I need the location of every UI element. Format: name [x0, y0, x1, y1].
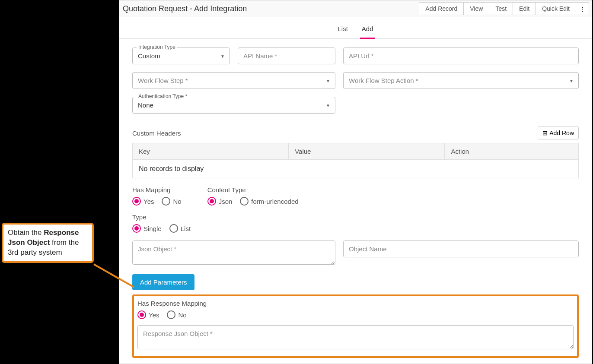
has-mapping-block: Has Mapping Yes No [132, 186, 182, 206]
quick-edit-button[interactable]: Quick Edit [536, 2, 576, 15]
content-type-label: Content Type [207, 186, 299, 193]
json-object-input[interactable] [132, 241, 335, 265]
content-type-form[interactable]: form-urlencoded [240, 197, 298, 206]
form-content: Integration Type Custom Work Flow Step * [119, 39, 592, 364]
empty-row: No records to display [133, 160, 579, 178]
workflow-step-select[interactable]: Work Flow Step * [132, 72, 335, 89]
edit-button[interactable]: Edit [513, 2, 536, 15]
add-parameters-button[interactable]: Add Parameters [132, 274, 194, 290]
col-action: Action [445, 143, 579, 160]
response-mapping-highlight: Has Response Mapping Yes No [132, 294, 579, 358]
has-response-mapping-no[interactable]: No [167, 310, 186, 319]
type-block: Type Single List [132, 213, 553, 233]
annotation-callout: Obtain the Response Json Object from the… [2, 223, 94, 263]
api-url-field [343, 47, 579, 64]
tab-list[interactable]: List [336, 22, 349, 38]
custom-headers-header: Custom Headers ⊞ Add Row [132, 127, 579, 139]
view-button[interactable]: View [463, 2, 489, 15]
app-window: Quotation Request - Add Integration Add … [119, 0, 592, 364]
auth-type-field: Authentication Type * None [132, 97, 335, 114]
content-type-block: Content Type Json form-urlencoded [207, 186, 299, 206]
json-object-field [132, 241, 335, 266]
type-label: Type [132, 213, 553, 221]
tab-add[interactable]: Add [360, 22, 375, 39]
tabs: List Add [119, 17, 592, 39]
test-button[interactable]: Test [489, 2, 513, 15]
has-response-mapping-yes[interactable]: Yes [137, 310, 159, 319]
custom-headers-label: Custom Headers [132, 130, 181, 137]
has-response-mapping-label: Has Response Mapping [137, 300, 574, 307]
api-url-input[interactable] [343, 47, 579, 64]
has-mapping-no[interactable]: No [162, 197, 181, 206]
integration-type-label: Integration Type [137, 44, 177, 50]
response-json-object-field [137, 325, 574, 351]
api-name-input[interactable] [238, 47, 335, 64]
response-json-object-input[interactable] [137, 325, 574, 349]
col-value: Value [289, 143, 445, 160]
has-mapping-label: Has Mapping [132, 186, 182, 193]
type-list[interactable]: List [169, 224, 191, 233]
api-name-field [238, 47, 335, 64]
has-mapping-yes[interactable]: Yes [132, 197, 154, 206]
workflow-step-action-field: Work Flow Step Action * [343, 72, 579, 89]
custom-headers-table: Key Value Action No records to display [132, 143, 579, 178]
object-name-field [343, 241, 579, 257]
add-record-button[interactable]: Add Record [419, 2, 464, 15]
content-type-json[interactable]: Json [207, 197, 233, 206]
header-bar: Quotation Request - Add Integration Add … [119, 0, 592, 17]
more-menu-button[interactable]: ⋮ [576, 2, 589, 15]
workflow-step-action-select[interactable]: Work Flow Step Action * [343, 72, 579, 89]
header-actions: Add Record View Test Edit Quick Edit ⋮ [419, 2, 589, 15]
workflow-step-field: Work Flow Step * [132, 72, 335, 89]
object-name-input[interactable] [343, 241, 579, 257]
integration-type-field: Integration Type Custom [132, 47, 230, 64]
auth-type-label: Authentication Type * [137, 93, 189, 99]
add-row-button[interactable]: ⊞ Add Row [538, 127, 579, 139]
type-single[interactable]: Single [132, 224, 162, 233]
col-key: Key [133, 143, 289, 160]
plus-icon: ⊞ [542, 130, 548, 136]
page-title: Quotation Request - Add Integration [123, 4, 247, 13]
